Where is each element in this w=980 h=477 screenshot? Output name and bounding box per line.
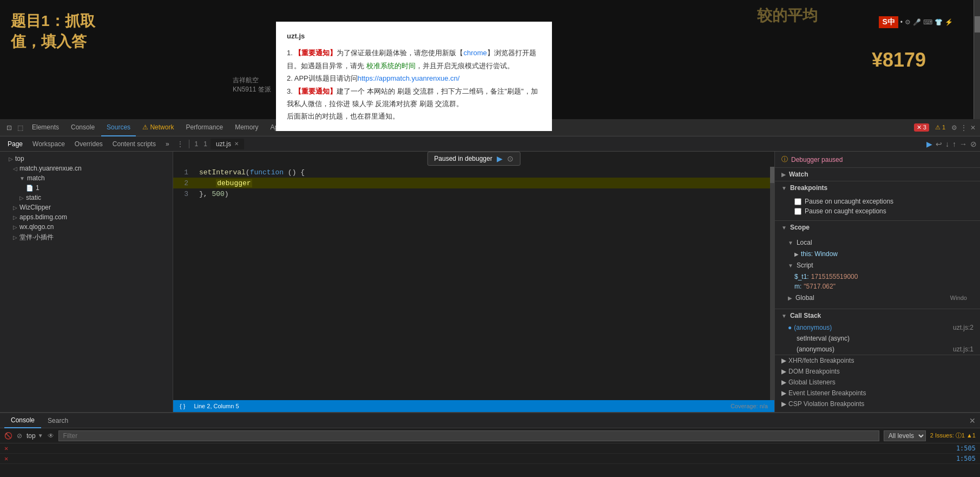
code-line-1: 1 setInterval(function () { — [173, 167, 774, 178]
more-icon[interactable]: ⋮ — [961, 124, 967, 132]
pause-uncaught-input[interactable] — [794, 198, 801, 205]
csp-row[interactable]: ▶ CSP Violation Breakpoints — [775, 398, 980, 409]
tree-item-top[interactable]: ▷ top — [0, 154, 173, 164]
breakpoints-label: Breakpoints — [790, 184, 827, 192]
step-over-btn[interactable]: ↩ — [936, 140, 942, 148]
notification-line1: 1. 【重要通知】为了保证最佳刷题体验，请您使用新版【chrome】浏览器打开题… — [287, 47, 541, 72]
deactivate-btn[interactable]: ⊘ — [970, 140, 977, 148]
tab-content-scripts[interactable]: Content scripts — [108, 139, 160, 149]
script-header[interactable]: ▼ Script — [788, 259, 974, 272]
tree-label-qlogo: wx.qlogo.cn — [19, 223, 54, 231]
callstack-item-setinterval[interactable]: setInterval (async) — [775, 333, 980, 344]
arrow-match: ◁ — [13, 166, 17, 172]
tab-overrides[interactable]: Overrides — [70, 139, 107, 149]
line-content-3: }, 500) — [195, 190, 774, 198]
tree-item-bdimg[interactable]: ▷ apps.bdimg.com — [0, 212, 173, 222]
callstack-header[interactable]: ▼ Call Stack — [775, 309, 980, 322]
tree-item-qlogo[interactable]: ▷ wx.qlogo.cn — [0, 222, 173, 232]
price-area: ¥8179 — [872, 49, 926, 71]
this-arrow[interactable]: ▶ — [794, 251, 799, 257]
tree-item-plugin[interactable]: ▷ 堂伴·小插件 — [0, 232, 173, 243]
notif-link[interactable]: 校准系统的时间 — [366, 62, 416, 70]
callstack-section: ▼ Call Stack ●(anonymous) uzt.js:2 setIn… — [775, 309, 980, 355]
tree-item-wizclipper[interactable]: ▷ WizClipper — [0, 202, 173, 212]
pause-caught-input[interactable] — [794, 208, 801, 215]
xhr-breakpoints-row[interactable]: ▶ XHR/fetch Breakpoints — [775, 355, 980, 366]
debugger-controls: ▶ ↩ ↓ ↑ → ⊘ — [926, 140, 977, 148]
tree-item-match[interactable]: ◁ match.yuanrenxue.cn — [0, 164, 173, 173]
step-paused-btn[interactable]: ⊙ — [507, 154, 514, 163]
tab-performance[interactable]: Performance — [180, 119, 228, 136]
callstack-item-anonymous2[interactable]: (anonymous) uzt.js:1 — [775, 344, 980, 355]
eye-icon[interactable]: 👁 — [48, 432, 54, 440]
tab-console[interactable]: Console — [65, 119, 100, 136]
code-status-bar: { } Line 2, Column 5 Coverage: n/a — [173, 400, 774, 412]
add-icon[interactable]: ⋮ — [175, 140, 186, 148]
arrow-wizclipper: ▷ — [13, 205, 17, 211]
code-area: Paused in debugger ▶ ⊙ 1 setInterval(fun… — [173, 152, 774, 412]
tab-page[interactable]: Page — [3, 139, 27, 149]
breakpoints-body: Pause on uncaught exceptions Pause on ca… — [775, 194, 980, 220]
scope-header[interactable]: ▼ Scope — [775, 221, 980, 234]
top-selector-wrap: top ▼ — [27, 432, 43, 440]
resume-paused-btn[interactable]: ▶ — [497, 154, 503, 163]
breakpoints-header[interactable]: ▼ Breakpoints — [775, 181, 980, 194]
tree-item-static[interactable]: ▷ static — [0, 193, 173, 202]
scope-section: ▼ Scope ▼ Local ▶ this: Window — [775, 221, 980, 309]
step-into-btn[interactable]: ↓ — [945, 140, 949, 148]
settings-icon[interactable]: ⚙ — [951, 124, 957, 132]
code-scrollbar-thumb[interactable] — [770, 167, 774, 183]
console-close-btn[interactable]: ✕ — [969, 416, 976, 425]
code-line-2: 2 debugger — [173, 178, 774, 188]
global-listeners-row[interactable]: ▶ Global Listeners — [775, 377, 980, 388]
inspect-icon[interactable]: ⊡ — [4, 124, 14, 132]
code-line-3: 3 }, 500) — [173, 188, 774, 199]
console-link-2[interactable]: 1:505 — [956, 455, 976, 462]
close-icon[interactable]: ✕ — [970, 124, 976, 132]
scrollbar-thumb[interactable] — [975, 16, 980, 32]
code-scrollbar[interactable] — [770, 167, 774, 400]
notif-important1: 【重要通知】 — [294, 49, 337, 57]
global-header[interactable]: ▶ Global Windo — [788, 291, 974, 304]
script-label: Script — [797, 262, 813, 269]
tab-workspace[interactable]: Workspace — [28, 139, 69, 149]
dom-breakpoints-row[interactable]: ▶ DOM Breakpoints — [775, 366, 980, 377]
resume-btn[interactable]: ▶ — [926, 140, 932, 148]
pause-caught-checkbox[interactable]: Pause on caught exceptions — [788, 206, 974, 216]
device-icon[interactable]: ⬚ — [15, 124, 25, 132]
console-link-1[interactable]: 1:505 — [956, 445, 976, 452]
pause-uncaught-checkbox[interactable]: Pause on uncaught exceptions — [788, 197, 974, 206]
tab-elements[interactable]: Elements — [27, 119, 64, 136]
tab-network[interactable]: ⚠ Network — [137, 119, 179, 136]
level-selector[interactable]: All levels — [884, 430, 926, 441]
scope-label: Scope — [790, 224, 810, 231]
console-preserve-icon[interactable]: ⊘ — [17, 432, 22, 440]
watch-header[interactable]: ▶ Watch — [775, 168, 980, 181]
step-btn[interactable]: → — [959, 140, 967, 148]
paused-banner-text: Paused in debugger — [434, 155, 492, 162]
callstack-body: ●(anonymous) uzt.js:2 setInterval (async… — [775, 322, 980, 355]
format-icon[interactable]: { } — [180, 403, 185, 409]
console-clear-icon[interactable]: 🚫 — [4, 432, 12, 440]
console-filter-input[interactable] — [58, 430, 879, 441]
file-tab-close[interactable]: ✕ — [234, 141, 239, 147]
tree-label-bdimg: apps.bdimg.com — [19, 213, 67, 221]
file-tab-uztjs[interactable]: uzt.js ✕ — [211, 139, 244, 149]
event-listeners-row[interactable]: ▶ Event Listener Breakpoints — [775, 388, 980, 398]
notification-box: uzt.js 1. 【重要通知】为了保证最佳刷题体验，请您使用新版【chrome… — [276, 22, 552, 131]
tree-item-1[interactable]: 📄 1 — [0, 183, 173, 193]
tab-sources[interactable]: Sources — [101, 119, 136, 136]
airline-info: 吉祥航空 KN5911 签派 — [233, 76, 271, 94]
tab-memory[interactable]: Memory — [229, 119, 264, 136]
console-tab-search[interactable]: Search — [41, 413, 75, 428]
callstack-item-anonymous1[interactable]: ●(anonymous) uzt.js:2 — [775, 322, 980, 333]
scroll-indicator[interactable] — [974, 0, 980, 119]
tab-more[interactable]: » — [161, 139, 174, 149]
callstack-file3: uzt.js:1 — [953, 345, 974, 353]
paused-banner: Paused in debugger ▶ ⊙ — [427, 152, 520, 166]
tree-label-static: static — [26, 194, 41, 201]
local-header[interactable]: ▼ Local — [788, 236, 974, 249]
step-out-btn[interactable]: ↑ — [952, 140, 956, 148]
console-tab-console[interactable]: Console — [4, 413, 41, 428]
tree-item-match-folder[interactable]: ▼ match — [0, 173, 173, 183]
